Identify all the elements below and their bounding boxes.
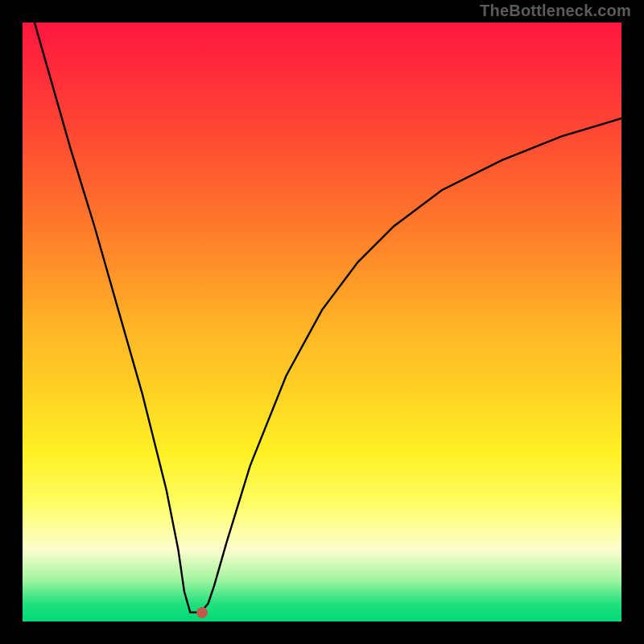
attribution-text: TheBottleneck.com — [480, 2, 631, 20]
plot-area — [23, 23, 621, 621]
chart-container: TheBottleneck.com — [0, 0, 644, 644]
bottleneck-curve — [23, 23, 621, 621]
optimum-marker-icon — [196, 607, 208, 618]
